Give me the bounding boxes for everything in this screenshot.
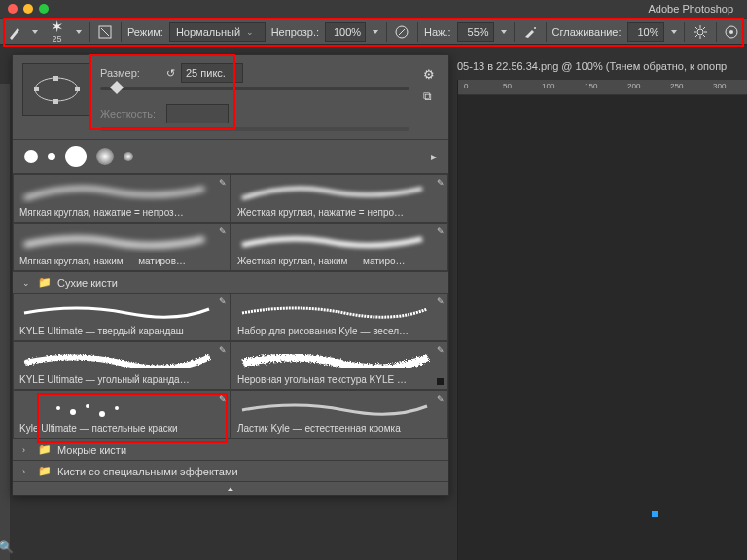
smoothing-label: Сглаживание: xyxy=(552,26,622,38)
folder-fx-brushes[interactable]: › 📁 Кисти со специальными эффектами xyxy=(13,460,448,481)
brush-preset[interactable]: ✎ KYLE Ultimate — угольный каранда… xyxy=(13,341,231,390)
scroll-right-icon[interactable]: ▸ xyxy=(431,150,437,163)
svg-point-2 xyxy=(534,27,536,29)
brush-icon: ✎ xyxy=(219,178,227,188)
svg-rect-15 xyxy=(34,87,39,91)
folder-dry-brushes[interactable]: ⌄ 📁 Сухие кисти xyxy=(13,271,448,293)
svg-point-21 xyxy=(86,404,89,408)
svg-point-14 xyxy=(35,78,78,101)
svg-line-11 xyxy=(703,27,705,29)
new-brush-icon[interactable]: ⧉ xyxy=(423,89,435,103)
svg-rect-16 xyxy=(75,87,80,91)
chevron-right-icon: › xyxy=(22,445,32,455)
chevron-down-icon[interactable] xyxy=(30,21,39,43)
chevron-down-icon[interactable] xyxy=(670,21,679,43)
document-tab[interactable]: 05-13 в 22.56.34.png @ 100% (Тянем обрат… xyxy=(457,60,747,76)
brush-preset[interactable]: ✎ Неровная угольная текстура KYLE … xyxy=(231,341,448,390)
brush-size-input[interactable] xyxy=(181,63,243,83)
smoothing-input[interactable] xyxy=(627,22,664,42)
svg-point-19 xyxy=(56,406,60,410)
app-title: Adobe Photoshop xyxy=(649,3,739,15)
svg-point-3 xyxy=(697,29,703,35)
brush-icon: ✎ xyxy=(219,227,227,236)
titlebar: Adobe Photoshop xyxy=(0,0,747,18)
gear-icon[interactable]: ⚙ xyxy=(423,67,435,82)
pressure-opacity-icon[interactable] xyxy=(393,21,411,43)
folder-wet-brushes[interactable]: › 📁 Мокрые кисти xyxy=(13,438,448,460)
folder-icon: 📁 xyxy=(38,276,52,289)
brush-icon: ✎ xyxy=(437,345,445,355)
ruler-horizontal[interactable]: 0 50 100 150 200 250 300 xyxy=(458,80,747,95)
zoom-tool-icon[interactable]: 🔍 xyxy=(0,540,14,554)
tool-brush-icon[interactable] xyxy=(6,21,24,43)
size-label: Размер: xyxy=(100,67,160,79)
opacity-input[interactable] xyxy=(325,22,366,42)
chevron-down-icon[interactable] xyxy=(75,21,84,43)
minimize-window[interactable] xyxy=(23,4,33,14)
canvas-area[interactable]: 0 50 100 150 200 250 300 xyxy=(457,80,747,560)
brush-preset[interactable]: ✎ KYLE Ultimate — твердый карандаш xyxy=(13,293,231,341)
brush-icon: ✎ xyxy=(437,394,445,403)
brush-preset[interactable]: ✎ Набор для рисования Kyle — весел… xyxy=(231,293,448,341)
brush-preset[interactable]: ✎ Мягкая круглая, нажатие = непроз… xyxy=(13,174,231,223)
brush-panel-toggle-icon[interactable] xyxy=(96,21,115,43)
brush-preset[interactable]: ✎ Kyle Ultimate — пастельные краски xyxy=(13,390,231,438)
flow-label: Наж.: xyxy=(424,26,451,38)
brush-icon: ✎ xyxy=(219,297,227,306)
folder-icon: 📁 xyxy=(38,465,52,477)
brush-preset[interactable]: ✎ Жесткая круглая, нажатие = непро… xyxy=(231,174,448,223)
brush-icon: ✎ xyxy=(437,178,445,188)
chevron-right-icon: › xyxy=(22,467,32,476)
brush-icon: ✎ xyxy=(219,345,227,355)
tool-strip[interactable]: 🔍 xyxy=(0,84,10,560)
brush-icon: ✎ xyxy=(219,394,227,403)
svg-point-22 xyxy=(99,411,105,417)
brush-icon: ✎ xyxy=(437,227,445,236)
blend-mode-select[interactable]: Нормальный ⌄ xyxy=(169,22,266,42)
chevron-down-icon[interactable] xyxy=(372,21,380,43)
mode-label: Режим: xyxy=(127,26,163,38)
airbrush-icon[interactable] xyxy=(520,21,539,43)
brush-tip-row[interactable]: ▸ xyxy=(13,139,448,174)
hardness-input xyxy=(166,104,229,123)
reset-size-icon[interactable]: ↺ xyxy=(166,67,175,80)
svg-rect-18 xyxy=(53,99,58,104)
svg-point-23 xyxy=(115,406,119,410)
svg-line-10 xyxy=(695,35,697,37)
svg-line-8 xyxy=(695,27,697,29)
size-slider[interactable] xyxy=(100,87,409,90)
svg-rect-17 xyxy=(53,76,58,81)
folder-icon: 📁 xyxy=(38,443,52,456)
brush-preset[interactable]: ✎ Мягкая круглая, нажим — матиров… xyxy=(13,223,231,271)
pressure-size-icon[interactable] xyxy=(723,21,741,43)
svg-line-9 xyxy=(703,35,705,37)
selection-marker xyxy=(652,511,658,517)
brush-tip-preview[interactable] xyxy=(22,63,90,116)
brush-preset-panel: Размер: ↺ Жесткость: ⚙ ⧉ xyxy=(12,54,449,496)
svg-point-13 xyxy=(729,30,733,34)
brush-preset[interactable]: ✎ Жесткая круглая, нажим — матиро… xyxy=(231,223,448,271)
chevron-down-icon: ⌄ xyxy=(22,278,32,288)
gear-icon[interactable] xyxy=(691,21,709,43)
chevron-down-icon[interactable] xyxy=(500,21,509,43)
flow-input[interactable] xyxy=(457,22,494,42)
brush-icon: ✎ xyxy=(437,297,445,306)
panel-resize-handle[interactable]: ▲ xyxy=(13,481,448,495)
svg-point-20 xyxy=(70,409,76,415)
brush-preset-picker[interactable]: ✶ 25 xyxy=(45,21,69,43)
opacity-label: Непрозр.: xyxy=(271,26,319,38)
close-window[interactable] xyxy=(8,4,18,14)
brush-preset[interactable]: ✎ Ластик Kyle — естественная кромка xyxy=(231,390,448,438)
options-bar: ✶ 25 Режим: Нормальный ⌄ Непрозр.: Наж.:… xyxy=(0,19,747,45)
chevron-down-icon: ⌄ xyxy=(246,27,254,37)
maximize-window[interactable] xyxy=(39,4,49,14)
hardness-slider xyxy=(100,127,409,131)
hardness-label: Жесткость: xyxy=(100,108,160,120)
